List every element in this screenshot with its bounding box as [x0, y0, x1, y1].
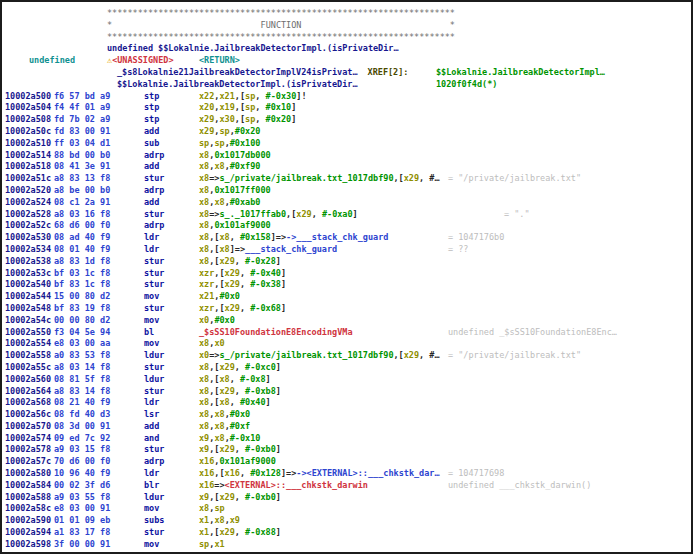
mnemonic: bl: [144, 327, 154, 339]
listing-line[interactable]: 10002a54c00 00 80 d2movx0,#0x0: [2, 315, 691, 327]
listing-line[interactable]: 10002a508fd 7b 02 a9stpx29,x30,[sp, #0x2…: [2, 114, 691, 126]
listing-line[interactable]: 10002a56808 21 40 f9ldrx8,[x8, #0x40]: [2, 397, 691, 409]
listing-line[interactable]: 10002a504f4 4f 01 a9stpx20,x19,[sp, #0x1…: [2, 102, 691, 114]
operand-token: ,: [240, 268, 250, 278]
listing-line[interactable]: 10002a52c68 d6 00 f0adrpx8,0x101af9000: [2, 220, 691, 232]
address: 10002a584: [5, 480, 51, 492]
mnemonic: stur: [144, 386, 164, 398]
address: 10002a524: [5, 197, 51, 209]
operand-token: ,: [230, 397, 240, 407]
listing-line[interactable]: 10002a57c70 d6 00 f0adrpx16,0x101af9000: [2, 456, 691, 468]
listing-line[interactable]: 10002a594a1 83 17 f8sturx1,[x29, #-0x88]: [2, 527, 691, 539]
operand-token: x19: [219, 102, 234, 112]
listing-line[interactable]: 10002a550f3 04 5e 94bl_$sSS10FoundationE…: [2, 327, 691, 339]
listing-line[interactable]: 10002a57008 3d 00 91addx8,x8,#0xf: [2, 421, 691, 433]
operand-token: x8: [199, 397, 209, 407]
operand-token: sp: [245, 114, 255, 124]
listing-line[interactable]: 10002a510ff 03 04 d1subsp,sp,#0x100: [2, 138, 691, 150]
operand: x8,[x29, #-0x28]: [199, 256, 281, 268]
listing-line[interactable]: 10002a56c08 fd 40 d3lsrx8,x8,#0x0: [2, 409, 691, 421]
address: 10002a544: [5, 291, 51, 303]
operand-token: ]: [276, 527, 281, 537]
listing-line[interactable]: 10002a58010 96 40 f9ldrx16,[x16, #0x128]…: [2, 468, 691, 480]
address: 10002a51c: [5, 173, 51, 185]
operand-token: x29: [220, 492, 235, 502]
function-signature-line[interactable]: undefined$$Lokalnie.JailbreakDetectorImp…: [2, 43, 691, 55]
operand-token: ]: [266, 374, 271, 384]
listing-line[interactable]: 10002a53cbf 03 1c f8sturxzr,[x29, #-0x40…: [2, 268, 691, 280]
listing-line[interactable]: 10002a500f6 57 bd a9stpx22,x21,[sp, #-0x…: [2, 91, 691, 103]
listing-line[interactable]: 10002a588a9 03 55 f8ldurx9,[x29, #-0xb0]: [2, 492, 691, 504]
address: 10002a594: [5, 527, 51, 539]
listing-line[interactable]: 10002a57409 ed 7c 92andx9,x8,#-0x10: [2, 433, 691, 445]
listing-line[interactable]: 10002a528a8 03 16 f8sturx8=>s_._1017ffab…: [2, 209, 691, 221]
operand: sp,x1: [199, 539, 225, 551]
operand-token: x20: [199, 102, 214, 112]
mnemonic: stur: [144, 268, 164, 280]
listing-line[interactable]: 10002a56008 81 5f f8ldurx8,[x8, #-0x8]: [2, 374, 691, 386]
bytes: ff 03 04 d1: [54, 138, 110, 150]
operand-token: #-0x8: [240, 374, 266, 384]
listing-line[interactable]: 10002a50cfd 83 00 91addx29,sp,#0x20: [2, 126, 691, 138]
operand: _$sSS10FoundationE8EncodingVMa: [199, 327, 353, 339]
mnemonic: sub: [144, 138, 159, 150]
listing-line[interactable]: 10002a51808 41 3e 91addx8,x8,#0xf90: [2, 161, 691, 173]
listing-line[interactable]: 10002a55ca8 03 14 f8sturx8,[x29, #-0xc0]: [2, 362, 691, 374]
operand-token: #0xf: [230, 421, 250, 431]
function-name: $$Lokalnie.JailbreakDetectorImpl.(isPriv…: [153, 43, 399, 53]
listing-line[interactable]: 10002a53408 01 40 f9ldrx8,[x8]=>___stack…: [2, 244, 691, 256]
operand-token: #-0x10: [230, 433, 261, 443]
listing-line[interactable]: 10002a548bf 83 19 f8sturxzr,[x29, #-0x68…: [2, 303, 691, 315]
operand-token: ,[: [235, 91, 245, 101]
listing-line[interactable]: 10002a554e8 03 00 aamovx8,x0: [2, 338, 691, 350]
address: 10002a550: [5, 327, 51, 339]
xref-line-1[interactable]: _$s8Lokalnie21JailbreakDetectorImplV24is…: [2, 67, 691, 79]
address: 10002a54c: [5, 315, 51, 327]
listing-line[interactable]: 10002a51ca8 83 13 f8sturx8=>s_/private/j…: [2, 173, 691, 185]
operand: x8,0x1017db000: [199, 150, 271, 162]
xref-target[interactable]: $$Lokalnie.JailbreakDetectorImpl…: [436, 67, 605, 79]
operand: x8,0x1017ff000: [199, 185, 271, 197]
bytes: e8 03 00 aa: [54, 338, 110, 350]
bytes: 08 01 40 f9: [54, 244, 110, 256]
plate-border-bottom: ****************************************…: [2, 32, 691, 44]
operand-token: x8: [199, 173, 209, 183]
listing-line[interactable]: 10002a53008 ad 40 f9ldrx8,[x8, #0x158]=>…: [2, 232, 691, 244]
listing-line[interactable]: 10002a51488 bd 00 b0adrpx8,0x1017db000: [2, 150, 691, 162]
address: 10002a580: [5, 468, 51, 480]
listing-line[interactable]: 10002a59001 01 09 ebsubsx1,x8,x9: [2, 515, 691, 527]
operand: x8,x8,#0x0: [199, 409, 250, 421]
address: 10002a558: [5, 350, 51, 362]
operand-token: 0x1017ff000: [214, 185, 270, 195]
mnemonic: ldr: [144, 232, 159, 244]
listing-line[interactable]: 10002a54415 00 80 d2movx21,#0x0: [2, 291, 691, 303]
operand-token: ]=>: [271, 232, 286, 242]
listing-line[interactable]: 10002a540bf 83 1c f8sturxzr,[x29, #-0x38…: [2, 279, 691, 291]
return-variable-line[interactable]: undefined ⚠<UNASSIGNED> <RETURN>: [2, 55, 691, 67]
eol-comment: = ??: [448, 244, 468, 256]
xref-line-2[interactable]: $$Lokalnie.JailbreakDetectorImpl.(isPriv…: [2, 79, 691, 91]
operand-token: ,: [235, 527, 245, 537]
listing-line[interactable]: 10002a5983f 00 00 91movsp,x1: [2, 539, 691, 551]
listing-line[interactable]: 10002a558a0 83 53 f8ldurx0=>s_/private/j…: [2, 350, 691, 362]
listing-line[interactable]: 10002a564a8 83 14 f8sturx8,[x29, #-0xb8]: [2, 386, 691, 398]
bytes: 08 ad 40 f9: [54, 232, 110, 244]
bytes: 70 d6 00 f0: [54, 456, 110, 468]
operand-token: x1: [199, 515, 209, 525]
operand-token: x8: [214, 161, 224, 171]
listing-line[interactable]: 10002a538a8 83 1d f8sturx8,[x29, #-0x28]: [2, 256, 691, 268]
address: 10002a518: [5, 161, 51, 173]
bytes: a8 83 1d f8: [54, 256, 110, 268]
listing-line[interactable]: 10002a58400 02 3f d6blrx16=><EXTERNAL>::…: [2, 480, 691, 492]
xref-target[interactable]: 1020f0f4d(*): [436, 79, 497, 91]
listing-line[interactable]: 10002a578a9 03 15 f8sturx9,[x29, #-0xb0]: [2, 444, 691, 456]
operand: x8,x8,#0xab0: [199, 197, 260, 209]
listing-line[interactable]: 10002a52408 c1 2a 91addx8,x8,#0xab0: [2, 197, 691, 209]
bytes: fd 83 00 91: [54, 126, 110, 138]
listing-line[interactable]: 10002a58ce8 03 00 91movx8,sp: [2, 503, 691, 515]
operand-token: s_/private/jailbreak.txt_1017dbf90: [220, 350, 394, 360]
operand: x8,0x101af9000: [199, 220, 271, 232]
address: 10002a528: [5, 209, 51, 221]
operand-token: x1: [199, 527, 209, 537]
listing-line[interactable]: 10002a520a8 be 00 b0adrpx8,0x1017ff000: [2, 185, 691, 197]
